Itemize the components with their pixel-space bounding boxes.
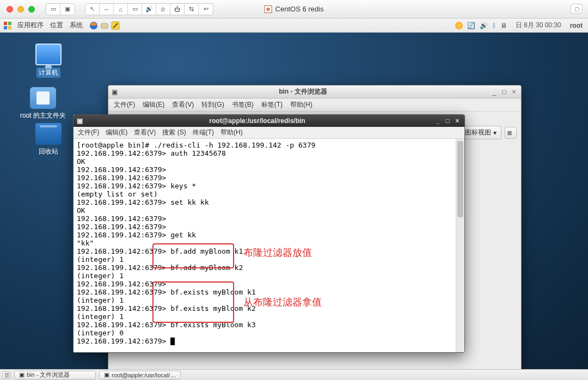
fb-close-button[interactable]: × <box>510 88 518 96</box>
brightness-icon[interactable] <box>455 22 463 29</box>
menu-applications[interactable]: 应用程序 <box>17 21 44 30</box>
firefox-icon[interactable] <box>89 21 98 30</box>
terminal-body[interactable]: [root@apple bin]# ./redis-cli -h 192.168… <box>74 139 464 352</box>
menu-system[interactable]: 系统 <box>70 21 83 30</box>
fb-menu-item[interactable]: 标签(T) <box>261 100 283 109</box>
svg-rect-1 <box>8 22 11 25</box>
desktop-icon-trash[interactable]: 回收站 <box>24 123 73 156</box>
fb-menu-item[interactable]: 转到(G) <box>201 100 224 109</box>
folder-icon: ▣ <box>19 371 24 378</box>
host-tool-icon[interactable]: ⎚ <box>156 4 170 15</box>
desktop-icon-label: 回收站 <box>39 148 58 155</box>
terminal-titlebar[interactable]: ▣ root@apple:/usr/local/redis/bin _ □ × <box>74 115 464 127</box>
clock-label[interactable]: 日 8月 30 00:30 <box>516 21 561 30</box>
host-tool-icon[interactable]: ▣ <box>60 4 75 15</box>
term-menu-item[interactable]: 查看(V) <box>134 128 156 137</box>
volume-icon[interactable]: 🔊 <box>480 22 488 29</box>
desktop-icon-label: 计算机 <box>36 68 60 78</box>
chevron-down-icon: ▾ <box>493 129 497 137</box>
bluetooth-icon[interactable]: ᛒ <box>492 22 496 29</box>
fb-menu-item[interactable]: 书签(B) <box>232 100 254 109</box>
fb-view-label: 图标视图 <box>465 128 491 137</box>
host-titlebar: ▭ ▣ ↖ ↔ ⌂ ▭ 🔊 ⎚ ⏻ ⇆ ↩ CentOS 6 redis ▢ <box>0 0 588 19</box>
gnome-top-panel: 应用程序 位置 系统 🔄 🔊 ᛒ 🖥 日 8月 30 00:30 root <box>0 19 588 33</box>
file-browser-menubar: 文件(F) 编辑(E) 查看(V) 转到(G) 书签(B) 标签(T) 帮助(H… <box>108 99 521 112</box>
terminal-menubar: 文件(F) 编辑(E) 查看(V) 搜索 (S) 终端(T) 帮助(H) <box>74 127 464 139</box>
taskbar-label: root@apple:/usr/local/… <box>112 372 176 378</box>
update-icon[interactable]: 🔄 <box>467 22 475 29</box>
term-menu-item[interactable]: 帮助(H) <box>220 128 243 137</box>
taskbar-item-filebrowser[interactable]: ▣ bin - 文件浏览器 <box>14 371 96 379</box>
term-menu-item[interactable]: 编辑(E) <box>106 128 127 137</box>
fb-view-mode-button[interactable]: 图标视图 ▾ <box>460 126 501 139</box>
host-tool-icon[interactable]: ⇆ <box>185 4 199 15</box>
host-toolbar-group-2: ↖ ↔ ⌂ ▭ 🔊 ⎚ ⏻ ⇆ ↩ <box>85 3 213 15</box>
host-minimize-button[interactable] <box>17 6 24 13</box>
taskbar-item-terminal[interactable]: ▣ root@apple:/usr/local/… <box>99 371 181 379</box>
host-tool-icon[interactable]: ↔ <box>100 4 114 15</box>
menu-places[interactable]: 位置 <box>50 21 63 30</box>
svg-rect-3 <box>8 26 11 29</box>
fb-menu-item[interactable]: 文件(F) <box>114 100 135 109</box>
desktop-icon-computer[interactable]: 计算机 <box>24 44 73 78</box>
trash-icon <box>35 123 62 145</box>
gnome-tray: 🔄 🔊 ᛒ 🖥 日 8月 30 00:30 root <box>455 21 585 30</box>
terminal-icon: ▣ <box>104 371 109 378</box>
fb-menu-item[interactable]: 帮助(H) <box>290 100 313 109</box>
host-tool-icon[interactable]: ▭ <box>128 4 142 15</box>
gnome-bottom-panel: ▥ ▣ bin - 文件浏览器 ▣ root@apple:/usr/local/… <box>0 369 588 380</box>
show-desktop-button[interactable]: ▥ <box>2 371 11 379</box>
taskbar-label: bin - 文件浏览器 <box>27 371 70 379</box>
host-tool-icon[interactable]: ↖ <box>85 4 100 15</box>
svg-rect-0 <box>4 22 7 25</box>
desktop[interactable]: 计算机 root 的主文件夹 回收站 ▣ bin - 文件浏览器 _ □ × 文… <box>0 33 588 369</box>
host-tool-icon[interactable]: 🔊 <box>142 4 156 15</box>
vm-icon <box>265 5 272 13</box>
network-icon[interactable]: 🖥 <box>500 22 507 29</box>
term-close-button[interactable]: × <box>454 117 461 125</box>
terminal-window[interactable]: ▣ root@apple:/usr/local/redis/bin _ □ × … <box>73 114 465 353</box>
host-tool-icon[interactable]: ▭ <box>46 4 60 15</box>
fb-list-view-button[interactable]: ≣ <box>505 127 517 139</box>
terminal-cursor <box>170 338 175 345</box>
desktop-icon-home[interactable]: root 的主文件夹 <box>19 87 68 120</box>
fb-maximize-button[interactable]: □ <box>500 88 508 96</box>
user-label[interactable]: root <box>570 22 583 29</box>
term-maximize-button[interactable]: □ <box>444 117 451 125</box>
host-toolbar-group-1: ▭ ▣ <box>46 3 75 15</box>
svg-rect-5 <box>101 23 108 28</box>
host-right-button[interactable]: ▢ <box>571 4 583 14</box>
scrollbar-thumb[interactable] <box>457 141 463 217</box>
applications-icon <box>3 21 12 30</box>
term-menu-item[interactable]: 文件(F) <box>78 128 99 137</box>
host-close-button[interactable] <box>7 6 13 13</box>
file-browser-titlebar[interactable]: ▣ bin - 文件浏览器 _ □ × <box>108 85 521 99</box>
terminal-title: root@apple:/usr/local/redis/bin <box>83 117 432 125</box>
term-minimize-button[interactable]: _ <box>434 117 442 125</box>
folder-icon: ▣ <box>112 88 118 96</box>
terminal-scrollbar[interactable] <box>456 139 464 352</box>
host-zoom-button[interactable] <box>28 6 35 13</box>
fb-menu-item[interactable]: 编辑(E) <box>143 100 164 109</box>
host-tool-icon[interactable]: ⏻ <box>170 4 185 15</box>
svg-rect-2 <box>4 26 7 29</box>
home-folder-icon <box>30 87 56 109</box>
computer-icon <box>35 44 62 65</box>
fb-minimize-button[interactable]: _ <box>491 88 498 96</box>
terminal-icon: ▣ <box>77 117 83 125</box>
host-tool-icon[interactable]: ⌂ <box>114 4 128 15</box>
host-vm-title: CentOS 6 redis <box>265 5 324 13</box>
desktop-icon-label: root 的主文件夹 <box>20 112 66 119</box>
nautilus-icon[interactable] <box>100 21 109 30</box>
fb-menu-item[interactable]: 查看(V) <box>172 100 194 109</box>
host-tool-icon[interactable]: ↩ <box>199 4 213 15</box>
term-menu-item[interactable]: 终端(T) <box>193 128 214 137</box>
file-browser-toolbar: 图标视图 ▾ ≣ <box>460 126 517 139</box>
term-menu-item[interactable]: 搜索 (S) <box>162 128 186 137</box>
vm-name-label: CentOS 6 redis <box>275 5 324 13</box>
text-editor-icon[interactable] <box>111 21 120 30</box>
file-browser-title: bin - 文件浏览器 <box>118 87 488 96</box>
